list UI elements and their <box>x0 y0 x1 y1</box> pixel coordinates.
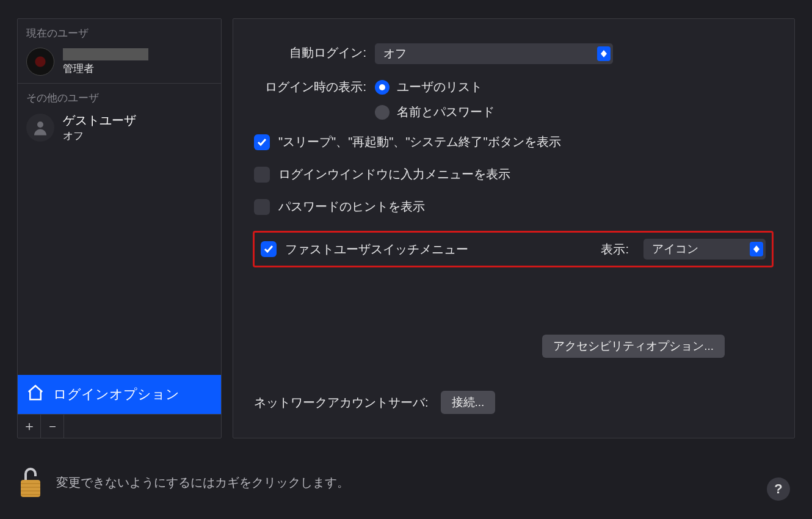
guest-user-status: オフ <box>63 129 136 143</box>
lock-row: 変更できないようにするにはカギをクリックします。 <box>0 438 812 499</box>
add-user-button[interactable]: ＋ <box>18 415 41 438</box>
lock-message: 変更できないようにするにはカギをクリックします。 <box>56 474 349 491</box>
show-password-hints-label: パスワードのヒントを表示 <box>278 198 425 215</box>
lock-icon[interactable] <box>17 465 44 499</box>
guest-user-row[interactable]: ゲストユーザ オフ <box>18 109 221 150</box>
fast-user-switch-value: アイコン <box>652 241 698 257</box>
network-server-label: ネットワークアカウントサーバ: <box>254 394 429 411</box>
select-arrows-icon <box>750 242 763 256</box>
radio-user-list-label: ユーザのリスト <box>397 79 482 95</box>
radio-icon <box>375 80 390 95</box>
fast-user-switch-row: ファストユーザスイッチメニュー 表示: アイコン <box>253 231 774 267</box>
show-buttons-label: "スリープ"、"再起動"、"システム終了"ボタンを表示 <box>278 134 561 150</box>
select-arrows-icon <box>597 46 611 61</box>
current-user-row[interactable]: 管理者 <box>18 44 221 83</box>
radio-user-list[interactable]: ユーザのリスト <box>375 79 774 95</box>
users-sidebar: 現在のユーザ 管理者 その他のユーザ ゲストユーザ オフ ログインオプション <box>17 18 222 438</box>
current-user-role: 管理者 <box>63 62 148 76</box>
avatar-guest-icon <box>26 114 54 142</box>
login-options-label: ログインオプション <box>53 385 179 404</box>
login-options-panel: 自動ログイン: オフ ログイン時の表示: ユーザのリスト <box>233 18 795 438</box>
remove-user-button[interactable]: － <box>41 415 64 438</box>
sidebar-footer-buttons: ＋ － <box>18 414 221 438</box>
current-user-header: 現在のユーザ <box>18 19 221 44</box>
show-input-menu-row[interactable]: ログインウインドウに入力メニューを表示 <box>254 166 774 183</box>
help-button[interactable]: ? <box>767 477 790 501</box>
fast-user-switch-show-label: 表示: <box>601 241 629 258</box>
network-connect-button[interactable]: 接続... <box>441 391 496 414</box>
show-password-hints-row[interactable]: パスワードのヒントを表示 <box>254 198 774 215</box>
show-input-menu-label: ログインウインドウに入力メニューを表示 <box>278 166 510 183</box>
checkbox-fast-user-switch[interactable] <box>261 241 277 257</box>
other-users-header: その他のユーザ <box>18 84 221 109</box>
radio-icon <box>375 105 390 120</box>
home-icon <box>26 383 45 405</box>
current-user-name-redacted <box>63 48 148 60</box>
fast-user-switch-select[interactable]: アイコン <box>643 239 766 260</box>
login-options-row[interactable]: ログインオプション <box>18 375 221 414</box>
login-display-label: ログイン時の表示: <box>254 78 375 95</box>
auto-login-label: 自動ログイン: <box>254 43 375 61</box>
avatar-current-user <box>26 48 54 76</box>
auto-login-select[interactable]: オフ <box>375 43 613 64</box>
checkbox-show-buttons[interactable] <box>254 134 270 150</box>
radio-name-password[interactable]: 名前とパスワード <box>375 104 774 120</box>
checkbox-show-password-hints[interactable] <box>254 199 270 215</box>
checkbox-show-input-menu[interactable] <box>254 167 270 183</box>
svg-point-0 <box>37 122 43 128</box>
radio-name-password-label: 名前とパスワード <box>397 104 495 120</box>
accessibility-options-button[interactable]: アクセシビリティオプション... <box>542 335 725 358</box>
show-sleep-restart-shutdown-row[interactable]: "スリープ"、"再起動"、"システム終了"ボタンを表示 <box>254 134 774 150</box>
help-label: ? <box>774 481 782 497</box>
auto-login-value: オフ <box>383 46 407 62</box>
guest-user-name: ゲストユーザ <box>63 112 136 129</box>
fast-user-switch-label: ファストユーザスイッチメニュー <box>285 241 592 258</box>
